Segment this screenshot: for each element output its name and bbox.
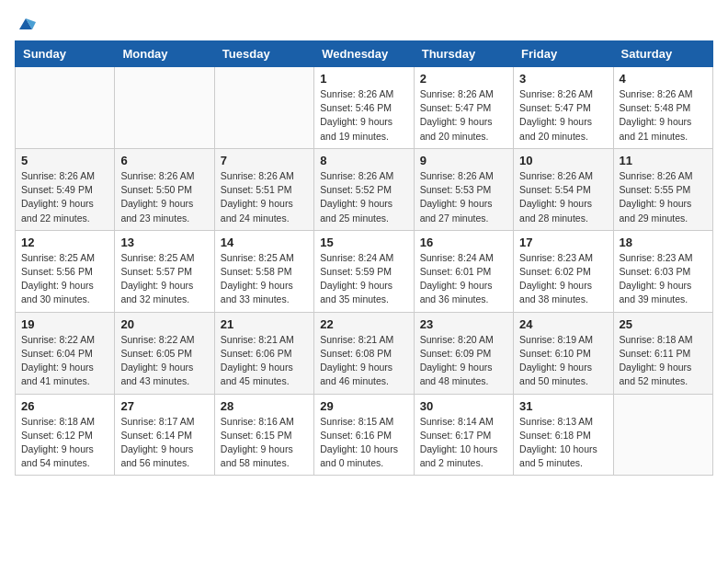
day-info: Sunrise: 8:26 AMSunset: 5:47 PMDaylight:… (420, 87, 507, 144)
calendar-cell: 19Sunrise: 8:22 AMSunset: 6:04 PMDayligh… (16, 312, 115, 394)
page: SundayMondayTuesdayWednesdayThursdayFrid… (0, 0, 728, 490)
day-number: 10 (519, 154, 607, 167)
day-number: 2 (420, 72, 507, 86)
calendar-cell: 15Sunrise: 8:24 AMSunset: 5:59 PMDayligh… (314, 230, 414, 312)
day-info: Sunrise: 8:22 AMSunset: 6:05 PMDaylight:… (120, 333, 208, 389)
day-info: Sunrise: 8:15 AMSunset: 6:16 PMDaylight:… (320, 415, 407, 471)
day-number: 16 (420, 236, 507, 249)
day-number: 28 (221, 399, 308, 413)
day-info: Sunrise: 8:24 AMSunset: 5:59 PMDaylight:… (320, 251, 407, 307)
weekday-header-saturday: Saturday (613, 41, 712, 67)
day-number: 8 (320, 154, 407, 167)
calendar-cell: 27Sunrise: 8:17 AMSunset: 6:14 PMDayligh… (115, 394, 214, 476)
day-number: 27 (120, 399, 208, 413)
day-info: Sunrise: 8:26 AMSunset: 5:50 PMDaylight:… (120, 169, 208, 225)
day-number: 11 (620, 154, 707, 167)
calendar-cell: 18Sunrise: 8:23 AMSunset: 6:03 PMDayligh… (613, 230, 712, 312)
weekday-header-wednesday: Wednesday (314, 41, 414, 67)
day-number: 14 (221, 236, 308, 249)
day-info: Sunrise: 8:26 AMSunset: 5:46 PMDaylight:… (320, 87, 407, 144)
day-number: 7 (221, 154, 308, 167)
calendar-cell: 4Sunrise: 8:26 AMSunset: 5:48 PMDaylight… (613, 67, 712, 149)
weekday-header-thursday: Thursday (414, 41, 513, 67)
calendar-cell: 5Sunrise: 8:26 AMSunset: 5:49 PMDaylight… (16, 148, 115, 230)
calendar-cell: 14Sunrise: 8:25 AMSunset: 5:58 PMDayligh… (214, 230, 313, 312)
day-info: Sunrise: 8:23 AMSunset: 6:03 PMDaylight:… (620, 251, 707, 307)
calendar-week-row: 1Sunrise: 8:26 AMSunset: 5:46 PMDaylight… (16, 67, 713, 149)
day-number: 18 (620, 236, 707, 249)
day-number: 3 (519, 72, 607, 86)
calendar-cell: 24Sunrise: 8:19 AMSunset: 6:10 PMDayligh… (514, 312, 613, 394)
day-number: 17 (519, 236, 607, 249)
day-number: 19 (21, 317, 108, 331)
day-number: 4 (620, 72, 707, 86)
calendar-week-row: 5Sunrise: 8:26 AMSunset: 5:49 PMDaylight… (16, 148, 713, 230)
day-number: 12 (21, 236, 108, 249)
day-info: Sunrise: 8:26 AMSunset: 5:47 PMDaylight:… (519, 87, 607, 144)
day-number: 13 (120, 236, 208, 249)
calendar-cell: 16Sunrise: 8:24 AMSunset: 6:01 PMDayligh… (414, 230, 513, 312)
calendar-cell: 26Sunrise: 8:18 AMSunset: 6:12 PMDayligh… (16, 394, 115, 476)
day-info: Sunrise: 8:24 AMSunset: 6:01 PMDaylight:… (420, 251, 507, 307)
calendar-cell: 8Sunrise: 8:26 AMSunset: 5:52 PMDaylight… (314, 148, 414, 230)
day-info: Sunrise: 8:25 AMSunset: 5:56 PMDaylight:… (21, 251, 108, 307)
day-number: 9 (420, 154, 507, 167)
calendar-cell: 13Sunrise: 8:25 AMSunset: 5:57 PMDayligh… (115, 230, 214, 312)
calendar-table: SundayMondayTuesdayWednesdayThursdayFrid… (15, 40, 713, 476)
logo (15, 15, 36, 29)
calendar-cell: 22Sunrise: 8:21 AMSunset: 6:08 PMDayligh… (314, 312, 414, 394)
day-number: 26 (21, 399, 108, 413)
day-info: Sunrise: 8:20 AMSunset: 6:09 PMDaylight:… (420, 333, 507, 389)
day-info: Sunrise: 8:25 AMSunset: 5:57 PMDaylight:… (120, 251, 208, 307)
calendar-cell: 17Sunrise: 8:23 AMSunset: 6:02 PMDayligh… (514, 230, 613, 312)
day-number: 1 (320, 72, 407, 86)
weekday-header-row: SundayMondayTuesdayWednesdayThursdayFrid… (16, 41, 713, 67)
calendar-cell (214, 67, 313, 149)
day-number: 21 (221, 317, 308, 331)
calendar-cell: 30Sunrise: 8:14 AMSunset: 6:17 PMDayligh… (414, 394, 513, 476)
day-number: 29 (320, 399, 407, 413)
calendar-cell: 25Sunrise: 8:18 AMSunset: 6:11 PMDayligh… (613, 312, 712, 394)
day-number: 22 (320, 317, 407, 331)
day-info: Sunrise: 8:18 AMSunset: 6:11 PMDaylight:… (620, 333, 707, 389)
weekday-header-monday: Monday (115, 41, 214, 67)
header (15, 15, 713, 29)
day-number: 15 (320, 236, 407, 249)
day-info: Sunrise: 8:26 AMSunset: 5:51 PMDaylight:… (221, 169, 308, 225)
weekday-header-tuesday: Tuesday (214, 41, 313, 67)
calendar-cell: 31Sunrise: 8:13 AMSunset: 6:18 PMDayligh… (514, 394, 613, 476)
day-number: 23 (420, 317, 507, 331)
day-info: Sunrise: 8:19 AMSunset: 6:10 PMDaylight:… (519, 333, 607, 389)
day-number: 24 (519, 317, 607, 331)
day-info: Sunrise: 8:23 AMSunset: 6:02 PMDaylight:… (519, 251, 607, 307)
day-info: Sunrise: 8:26 AMSunset: 5:52 PMDaylight:… (320, 169, 407, 225)
calendar-cell: 23Sunrise: 8:20 AMSunset: 6:09 PMDayligh… (414, 312, 513, 394)
day-info: Sunrise: 8:14 AMSunset: 6:17 PMDaylight:… (420, 415, 507, 471)
calendar-cell: 21Sunrise: 8:21 AMSunset: 6:06 PMDayligh… (214, 312, 313, 394)
calendar-cell: 12Sunrise: 8:25 AMSunset: 5:56 PMDayligh… (16, 230, 115, 312)
day-info: Sunrise: 8:26 AMSunset: 5:48 PMDaylight:… (620, 87, 707, 144)
calendar-cell: 9Sunrise: 8:26 AMSunset: 5:53 PMDaylight… (414, 148, 513, 230)
day-info: Sunrise: 8:25 AMSunset: 5:58 PMDaylight:… (221, 251, 308, 307)
calendar-cell: 20Sunrise: 8:22 AMSunset: 6:05 PMDayligh… (115, 312, 214, 394)
day-info: Sunrise: 8:22 AMSunset: 6:04 PMDaylight:… (21, 333, 108, 389)
day-info: Sunrise: 8:21 AMSunset: 6:08 PMDaylight:… (320, 333, 407, 389)
day-info: Sunrise: 8:26 AMSunset: 5:55 PMDaylight:… (620, 169, 707, 225)
calendar-cell: 29Sunrise: 8:15 AMSunset: 6:16 PMDayligh… (314, 394, 414, 476)
day-info: Sunrise: 8:26 AMSunset: 5:49 PMDaylight:… (21, 169, 108, 225)
calendar-cell: 11Sunrise: 8:26 AMSunset: 5:55 PMDayligh… (613, 148, 712, 230)
day-number: 31 (519, 399, 607, 413)
calendar-cell (16, 67, 115, 149)
calendar-week-row: 26Sunrise: 8:18 AMSunset: 6:12 PMDayligh… (16, 394, 713, 476)
calendar-week-row: 19Sunrise: 8:22 AMSunset: 6:04 PMDayligh… (16, 312, 713, 394)
calendar-week-row: 12Sunrise: 8:25 AMSunset: 5:56 PMDayligh… (16, 230, 713, 312)
calendar-cell: 10Sunrise: 8:26 AMSunset: 5:54 PMDayligh… (514, 148, 613, 230)
day-info: Sunrise: 8:21 AMSunset: 6:06 PMDaylight:… (221, 333, 308, 389)
calendar-cell: 3Sunrise: 8:26 AMSunset: 5:47 PMDaylight… (514, 67, 613, 149)
day-info: Sunrise: 8:16 AMSunset: 6:15 PMDaylight:… (221, 415, 308, 471)
calendar-cell: 7Sunrise: 8:26 AMSunset: 5:51 PMDaylight… (214, 148, 313, 230)
weekday-header-friday: Friday (514, 41, 613, 67)
weekday-header-sunday: Sunday (16, 41, 115, 67)
calendar-cell: 28Sunrise: 8:16 AMSunset: 6:15 PMDayligh… (214, 394, 313, 476)
calendar-cell (613, 394, 712, 476)
